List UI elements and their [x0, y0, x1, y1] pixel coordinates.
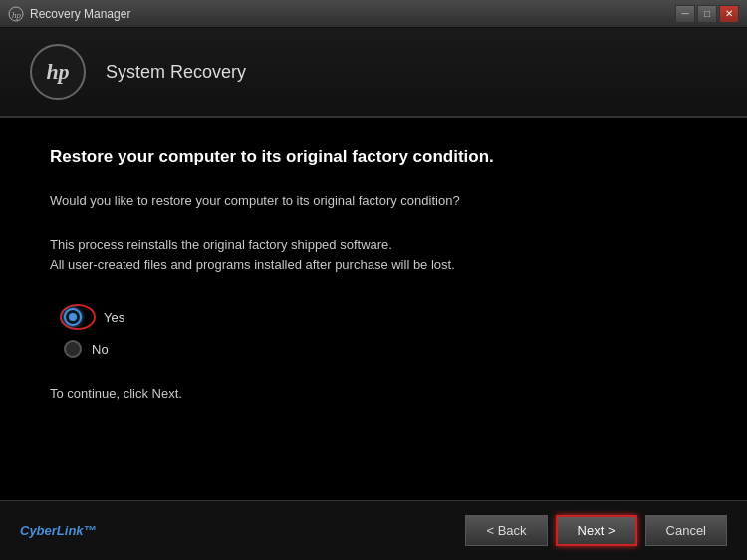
no-label: No [92, 342, 109, 357]
yes-radio-button[interactable] [64, 308, 82, 326]
radio-group: Yes No [50, 304, 697, 358]
maximize-button[interactable]: □ [697, 5, 717, 23]
app-title: System Recovery [106, 62, 246, 83]
next-button[interactable]: Next > [556, 515, 637, 546]
cyberlink-brand: CyberLink [20, 523, 84, 538]
cancel-button[interactable]: Cancel [645, 515, 727, 546]
main-heading: Restore your computer to its original fa… [50, 147, 697, 167]
app-header: hp System Recovery [0, 28, 747, 118]
info-text: This process reinstalls the original fac… [50, 235, 697, 277]
yes-label: Yes [104, 310, 124, 325]
yes-radio-highlight [60, 304, 96, 330]
footer: CyberLink™ < Back Next > Cancel [0, 500, 747, 560]
minimize-button[interactable]: ─ [675, 5, 695, 23]
svg-text:hp: hp [12, 10, 22, 20]
window-title: Recovery Manager [30, 7, 675, 21]
radio-no-option[interactable]: No [64, 340, 697, 358]
close-button[interactable]: ✕ [719, 5, 739, 23]
window-controls: ─ □ ✕ [675, 5, 739, 23]
yes-radio-dot [69, 313, 77, 321]
main-content: Restore your computer to its original fa… [0, 118, 747, 500]
description-text: Would you like to restore your computer … [50, 191, 697, 211]
footer-buttons: < Back Next > Cancel [465, 515, 727, 546]
no-radio-button[interactable] [64, 340, 82, 358]
info-line2: All user-created files and programs inst… [50, 257, 455, 272]
continue-text: To continue, click Next. [50, 386, 697, 401]
app-icon: hp [8, 6, 24, 22]
hp-logo: hp [30, 44, 86, 100]
cyberlink-logo: CyberLink™ [20, 523, 97, 538]
title-bar: hp Recovery Manager ─ □ ✕ [0, 0, 747, 28]
hp-logo-text: hp [46, 59, 69, 85]
back-button[interactable]: < Back [465, 515, 547, 546]
radio-yes-option[interactable]: Yes [60, 304, 697, 330]
info-line1: This process reinstalls the original fac… [50, 237, 392, 252]
